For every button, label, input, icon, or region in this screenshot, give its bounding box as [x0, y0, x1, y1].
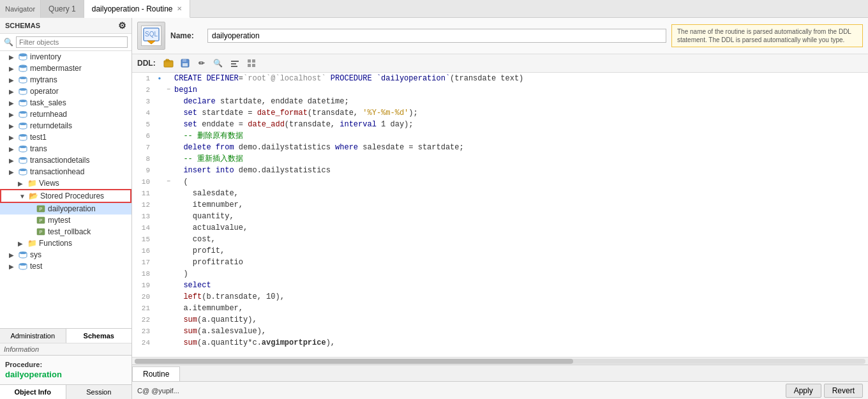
schema-icon: [18, 121, 28, 130]
chevron-icon: ▶: [9, 88, 18, 95]
tree-item-test[interactable]: ▶ test: [0, 260, 131, 272]
tree-item-mytest[interactable]: P mytest: [0, 215, 131, 226]
sidebar-tab-bar: Administration Schemas: [0, 328, 131, 343]
chevron-icon: ▶: [9, 65, 18, 72]
chevron-icon: ▶: [9, 123, 18, 130]
tree-item-returndetails[interactable]: ▶ returndetails: [0, 120, 131, 132]
name-row: Name: The name of the routine is parsed …: [170, 24, 863, 47]
chevron-icon: ▶: [9, 100, 18, 107]
tree-item-inventory[interactable]: ▶ inventory: [0, 51, 131, 63]
tree-item-mytrans[interactable]: ▶ mytrans: [0, 74, 131, 86]
tab-query1[interactable]: Query 1: [41, 0, 84, 18]
schema-icon: [18, 98, 28, 107]
tree-item-test-rollback[interactable]: P test_rollback: [0, 226, 131, 237]
proc-icon: P: [36, 216, 46, 225]
tree-item-stored-procedures[interactable]: ▼ 📂 Stored Procedures: [0, 189, 131, 203]
chevron-icon: ▶: [9, 134, 18, 141]
tree-label-dailyoperation: dailyoperation: [48, 204, 96, 213]
svg-rect-26: [183, 59, 186, 62]
tree-label-mytrans: mytrans: [30, 75, 57, 84]
tree-item-transactiondetails[interactable]: ▶ transactiondetails: [0, 154, 131, 166]
edit-button[interactable]: ✏: [194, 56, 209, 70]
chevron-icon: ▶: [9, 111, 18, 118]
tab-administration[interactable]: Administration: [0, 329, 66, 343]
schema-icon: [18, 167, 28, 176]
tree-item-trans[interactable]: ▶ trans: [0, 143, 131, 154]
horizontal-scrollbar[interactable]: [132, 357, 868, 365]
hint-box: The name of the routine is parsed automa…: [671, 24, 863, 47]
apply-button[interactable]: Apply: [786, 384, 821, 398]
svg-rect-32: [252, 59, 255, 63]
tree-item-operator[interactable]: ▶ operator: [0, 86, 131, 97]
schema-icon: [18, 262, 28, 271]
code-line-21: 21 a.itemnumber,: [132, 303, 868, 314]
tree-item-transactionhead[interactable]: ▶ transactionhead: [0, 166, 131, 177]
search-button[interactable]: 🔍: [211, 56, 226, 70]
svg-point-8: [19, 123, 27, 125]
code-editor[interactable]: 1 ● CREATE DEFINER=`root`@`localhost` PR…: [132, 73, 868, 357]
tree-label-transactionhead: transactionhead: [30, 167, 84, 176]
svg-point-20: [19, 263, 27, 266]
tree-item-test1[interactable]: ▶ test1: [0, 132, 131, 143]
svg-rect-24: [164, 61, 173, 67]
proc-icon: P: [36, 227, 46, 236]
code-line-11: 11 salesdate,: [132, 188, 868, 199]
code-line-13: 13 quantity,: [132, 211, 868, 222]
tree-item-dailyoperation[interactable]: P dailyoperation: [0, 203, 131, 215]
folder-icon: 📁: [27, 239, 37, 248]
status-bar: C@ @yupif... Apply Revert: [132, 381, 868, 399]
open-file-button[interactable]: [161, 56, 176, 70]
name-field-label: Name:: [170, 31, 202, 40]
code-line-9: 9 insert into demo.dailystatistics: [132, 165, 868, 176]
filter-input[interactable]: inventory: [16, 36, 128, 48]
chevron-icon: ▶: [18, 180, 27, 187]
svg-point-5: [19, 88, 27, 91]
tab-routine-bottom[interactable]: Routine: [132, 366, 180, 382]
tree-item-returnhead[interactable]: ▶ returnhead: [0, 109, 131, 120]
svg-rect-34: [252, 64, 255, 67]
code-line-3: 3 declare startdate, enddate datetime;: [132, 96, 868, 107]
schema-icon: [18, 75, 28, 84]
collapse-icon[interactable]: −: [164, 84, 173, 96]
collapse-icon[interactable]: −: [164, 176, 173, 188]
code-line-16: 16 profit,: [132, 245, 868, 257]
code-line-4: 4 set startdate = date_format(transdate,…: [132, 107, 868, 119]
tree-item-functions[interactable]: ▶ 📁 Functions: [0, 237, 131, 249]
tab-object-info[interactable]: Object Info: [0, 385, 66, 399]
tree-label-returnhead: returnhead: [30, 110, 67, 119]
tree-item-views[interactable]: ▶ 📁 Views: [0, 177, 131, 189]
code-line-1: 1 ● CREATE DEFINER=`root`@`localhost` PR…: [132, 73, 868, 84]
chevron-icon: ▶: [9, 146, 18, 153]
status-text: C@ @yupif...: [137, 387, 783, 395]
chevron-down-icon: ▼: [19, 193, 28, 200]
tree-item-sys[interactable]: ▶ sys: [0, 249, 131, 260]
routine-icon-svg: SQL: [142, 27, 160, 45]
format-button[interactable]: [227, 56, 243, 70]
info-panel: Procedure: dailyoperation: [0, 355, 131, 384]
procedure-name: dailyoperation: [5, 370, 126, 379]
svg-rect-28: [231, 61, 239, 62]
routine-icon: SQL: [137, 22, 165, 50]
schema-icon: [18, 64, 28, 73]
ddl-toolbar: DDL: ✏ 🔍: [132, 54, 868, 73]
routine-name-input[interactable]: [207, 29, 666, 43]
tab-schemas[interactable]: Schemas: [66, 329, 132, 343]
svg-marker-23: [147, 41, 155, 44]
revert-button[interactable]: Revert: [824, 384, 863, 398]
tab-session[interactable]: Session: [66, 385, 132, 399]
tree-label-mytest: mytest: [48, 216, 70, 225]
close-tab-icon[interactable]: ✕: [177, 5, 182, 12]
proc-icon: P: [36, 204, 46, 213]
folder-open-icon: 📂: [28, 192, 38, 200]
save-button[interactable]: [177, 56, 193, 70]
tree-label-functions: Functions: [39, 239, 72, 248]
tree-label-operator: operator: [30, 87, 59, 96]
tree-label-trans: trans: [30, 144, 47, 153]
chevron-icon: ▶: [9, 169, 18, 176]
code-line-17: 17 profitratio: [132, 257, 868, 268]
more-button[interactable]: [244, 56, 259, 70]
tab-routine[interactable]: dailyoperation - Routine ✕: [84, 0, 190, 18]
tree-item-membermaster[interactable]: ▶ membermaster: [0, 63, 131, 74]
schemas-settings-icon[interactable]: ⚙: [118, 20, 126, 31]
tree-item-task-sales[interactable]: ▶ task_sales: [0, 97, 131, 109]
